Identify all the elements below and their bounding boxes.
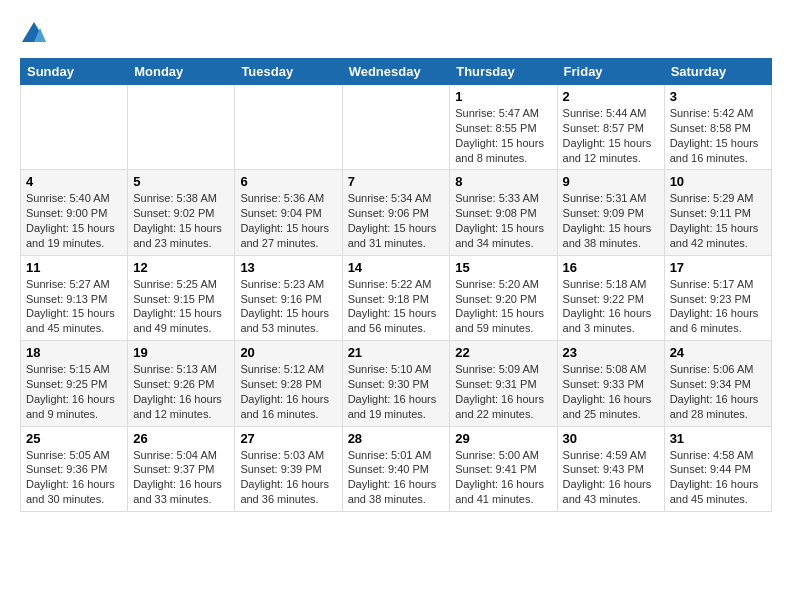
day-info: Sunrise: 5:09 AM Sunset: 9:31 PM Dayligh… xyxy=(455,362,551,421)
day-info: Sunrise: 5:27 AM Sunset: 9:13 PM Dayligh… xyxy=(26,277,122,336)
calendar-cell: 16Sunrise: 5:18 AM Sunset: 9:22 PM Dayli… xyxy=(557,255,664,340)
day-info: Sunrise: 5:01 AM Sunset: 9:40 PM Dayligh… xyxy=(348,448,445,507)
calendar-cell: 25Sunrise: 5:05 AM Sunset: 9:36 PM Dayli… xyxy=(21,426,128,511)
day-info: Sunrise: 5:12 AM Sunset: 9:28 PM Dayligh… xyxy=(240,362,336,421)
day-info: Sunrise: 5:31 AM Sunset: 9:09 PM Dayligh… xyxy=(563,191,659,250)
calendar-cell: 17Sunrise: 5:17 AM Sunset: 9:23 PM Dayli… xyxy=(664,255,771,340)
page-header xyxy=(20,20,772,48)
day-number: 29 xyxy=(455,431,551,446)
calendar-cell: 13Sunrise: 5:23 AM Sunset: 9:16 PM Dayli… xyxy=(235,255,342,340)
calendar-cell xyxy=(235,85,342,170)
calendar-cell: 3Sunrise: 5:42 AM Sunset: 8:58 PM Daylig… xyxy=(664,85,771,170)
day-number: 23 xyxy=(563,345,659,360)
day-info: Sunrise: 5:05 AM Sunset: 9:36 PM Dayligh… xyxy=(26,448,122,507)
day-number: 17 xyxy=(670,260,766,275)
day-info: Sunrise: 5:47 AM Sunset: 8:55 PM Dayligh… xyxy=(455,106,551,165)
day-info: Sunrise: 5:18 AM Sunset: 9:22 PM Dayligh… xyxy=(563,277,659,336)
weekday-header-row: SundayMondayTuesdayWednesdayThursdayFrid… xyxy=(21,59,772,85)
weekday-header-thursday: Thursday xyxy=(450,59,557,85)
day-info: Sunrise: 5:36 AM Sunset: 9:04 PM Dayligh… xyxy=(240,191,336,250)
day-info: Sunrise: 5:04 AM Sunset: 9:37 PM Dayligh… xyxy=(133,448,229,507)
calendar-cell: 21Sunrise: 5:10 AM Sunset: 9:30 PM Dayli… xyxy=(342,341,450,426)
calendar-cell: 23Sunrise: 5:08 AM Sunset: 9:33 PM Dayli… xyxy=(557,341,664,426)
weekday-header-wednesday: Wednesday xyxy=(342,59,450,85)
calendar-cell: 1Sunrise: 5:47 AM Sunset: 8:55 PM Daylig… xyxy=(450,85,557,170)
day-number: 15 xyxy=(455,260,551,275)
day-number: 5 xyxy=(133,174,229,189)
calendar-cell: 6Sunrise: 5:36 AM Sunset: 9:04 PM Daylig… xyxy=(235,170,342,255)
day-info: Sunrise: 5:13 AM Sunset: 9:26 PM Dayligh… xyxy=(133,362,229,421)
calendar-cell: 28Sunrise: 5:01 AM Sunset: 9:40 PM Dayli… xyxy=(342,426,450,511)
day-info: Sunrise: 5:23 AM Sunset: 9:16 PM Dayligh… xyxy=(240,277,336,336)
day-info: Sunrise: 5:20 AM Sunset: 9:20 PM Dayligh… xyxy=(455,277,551,336)
week-row-1: 1Sunrise: 5:47 AM Sunset: 8:55 PM Daylig… xyxy=(21,85,772,170)
day-number: 22 xyxy=(455,345,551,360)
day-info: Sunrise: 5:06 AM Sunset: 9:34 PM Dayligh… xyxy=(670,362,766,421)
day-info: Sunrise: 5:08 AM Sunset: 9:33 PM Dayligh… xyxy=(563,362,659,421)
calendar-cell: 14Sunrise: 5:22 AM Sunset: 9:18 PM Dayli… xyxy=(342,255,450,340)
day-info: Sunrise: 5:17 AM Sunset: 9:23 PM Dayligh… xyxy=(670,277,766,336)
day-number: 18 xyxy=(26,345,122,360)
day-info: Sunrise: 5:33 AM Sunset: 9:08 PM Dayligh… xyxy=(455,191,551,250)
calendar-cell: 10Sunrise: 5:29 AM Sunset: 9:11 PM Dayli… xyxy=(664,170,771,255)
day-number: 28 xyxy=(348,431,445,446)
day-number: 21 xyxy=(348,345,445,360)
day-number: 3 xyxy=(670,89,766,104)
day-number: 20 xyxy=(240,345,336,360)
day-number: 31 xyxy=(670,431,766,446)
day-number: 14 xyxy=(348,260,445,275)
day-number: 4 xyxy=(26,174,122,189)
weekday-header-sunday: Sunday xyxy=(21,59,128,85)
day-number: 26 xyxy=(133,431,229,446)
calendar-cell: 7Sunrise: 5:34 AM Sunset: 9:06 PM Daylig… xyxy=(342,170,450,255)
calendar-cell xyxy=(128,85,235,170)
day-info: Sunrise: 5:34 AM Sunset: 9:06 PM Dayligh… xyxy=(348,191,445,250)
day-info: Sunrise: 5:03 AM Sunset: 9:39 PM Dayligh… xyxy=(240,448,336,507)
day-info: Sunrise: 5:00 AM Sunset: 9:41 PM Dayligh… xyxy=(455,448,551,507)
calendar-cell: 19Sunrise: 5:13 AM Sunset: 9:26 PM Dayli… xyxy=(128,341,235,426)
calendar-cell: 24Sunrise: 5:06 AM Sunset: 9:34 PM Dayli… xyxy=(664,341,771,426)
calendar-cell: 15Sunrise: 5:20 AM Sunset: 9:20 PM Dayli… xyxy=(450,255,557,340)
day-number: 2 xyxy=(563,89,659,104)
calendar-cell: 30Sunrise: 4:59 AM Sunset: 9:43 PM Dayli… xyxy=(557,426,664,511)
week-row-5: 25Sunrise: 5:05 AM Sunset: 9:36 PM Dayli… xyxy=(21,426,772,511)
day-number: 12 xyxy=(133,260,229,275)
calendar-cell: 9Sunrise: 5:31 AM Sunset: 9:09 PM Daylig… xyxy=(557,170,664,255)
day-number: 1 xyxy=(455,89,551,104)
calendar-cell: 20Sunrise: 5:12 AM Sunset: 9:28 PM Dayli… xyxy=(235,341,342,426)
day-number: 6 xyxy=(240,174,336,189)
weekday-header-tuesday: Tuesday xyxy=(235,59,342,85)
calendar-cell: 5Sunrise: 5:38 AM Sunset: 9:02 PM Daylig… xyxy=(128,170,235,255)
calendar-cell: 22Sunrise: 5:09 AM Sunset: 9:31 PM Dayli… xyxy=(450,341,557,426)
day-info: Sunrise: 5:15 AM Sunset: 9:25 PM Dayligh… xyxy=(26,362,122,421)
day-number: 19 xyxy=(133,345,229,360)
calendar: SundayMondayTuesdayWednesdayThursdayFrid… xyxy=(20,58,772,512)
day-number: 13 xyxy=(240,260,336,275)
day-number: 11 xyxy=(26,260,122,275)
day-number: 16 xyxy=(563,260,659,275)
calendar-cell: 27Sunrise: 5:03 AM Sunset: 9:39 PM Dayli… xyxy=(235,426,342,511)
week-row-3: 11Sunrise: 5:27 AM Sunset: 9:13 PM Dayli… xyxy=(21,255,772,340)
day-number: 24 xyxy=(670,345,766,360)
calendar-cell xyxy=(342,85,450,170)
day-info: Sunrise: 5:44 AM Sunset: 8:57 PM Dayligh… xyxy=(563,106,659,165)
day-number: 25 xyxy=(26,431,122,446)
day-info: Sunrise: 5:40 AM Sunset: 9:00 PM Dayligh… xyxy=(26,191,122,250)
day-number: 27 xyxy=(240,431,336,446)
day-info: Sunrise: 5:22 AM Sunset: 9:18 PM Dayligh… xyxy=(348,277,445,336)
logo xyxy=(20,20,52,48)
day-info: Sunrise: 5:10 AM Sunset: 9:30 PM Dayligh… xyxy=(348,362,445,421)
calendar-cell: 11Sunrise: 5:27 AM Sunset: 9:13 PM Dayli… xyxy=(21,255,128,340)
day-number: 30 xyxy=(563,431,659,446)
calendar-cell: 2Sunrise: 5:44 AM Sunset: 8:57 PM Daylig… xyxy=(557,85,664,170)
calendar-cell: 12Sunrise: 5:25 AM Sunset: 9:15 PM Dayli… xyxy=(128,255,235,340)
day-number: 7 xyxy=(348,174,445,189)
day-info: Sunrise: 5:38 AM Sunset: 9:02 PM Dayligh… xyxy=(133,191,229,250)
week-row-2: 4Sunrise: 5:40 AM Sunset: 9:00 PM Daylig… xyxy=(21,170,772,255)
day-info: Sunrise: 4:58 AM Sunset: 9:44 PM Dayligh… xyxy=(670,448,766,507)
calendar-cell: 4Sunrise: 5:40 AM Sunset: 9:00 PM Daylig… xyxy=(21,170,128,255)
day-info: Sunrise: 5:29 AM Sunset: 9:11 PM Dayligh… xyxy=(670,191,766,250)
day-info: Sunrise: 5:42 AM Sunset: 8:58 PM Dayligh… xyxy=(670,106,766,165)
calendar-cell xyxy=(21,85,128,170)
day-number: 9 xyxy=(563,174,659,189)
